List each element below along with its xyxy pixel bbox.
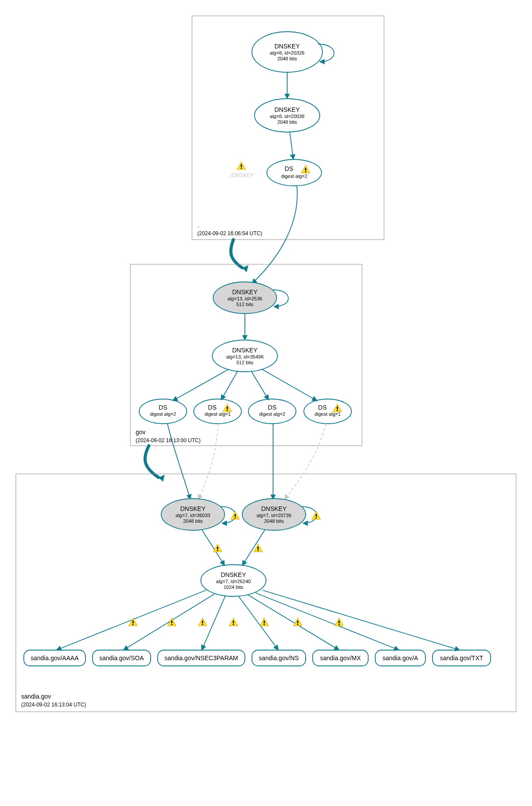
warning-icon	[229, 618, 238, 626]
node-gov-ds3: DS digest alg=2	[248, 399, 296, 424]
svg-text:DS: DS	[318, 404, 326, 411]
zone-sandia-ts: (2024-09-02 16:13:04 UTC)	[21, 702, 86, 708]
svg-text:alg=8, id=20326: alg=8, id=20326	[270, 50, 305, 55]
svg-text:2048 bits: 2048 bits	[277, 56, 297, 61]
node-gov-ksk: DNSKEY alg=13, id=2536 512 bits	[213, 282, 288, 314]
record-ns: sandia.gov/NS	[252, 650, 306, 666]
record-mx: sandia.gov/MX	[313, 650, 368, 666]
record-nsec3param: sandia.gov/NSEC3PARAM	[158, 650, 245, 666]
svg-text:sandia.gov/NSEC3PARAM: sandia.gov/NSEC3PARAM	[164, 654, 238, 662]
edge-dashed	[284, 424, 326, 499]
svg-text:digest alg=1: digest alg=1	[204, 411, 231, 417]
edge	[56, 590, 206, 650]
record-soa: sandia.gov/SOA	[92, 650, 151, 666]
node-sandia-ksk1: DNSKEY alg=7, id=36033 2048 bits	[161, 499, 240, 530]
svg-text:DS: DS	[208, 404, 216, 411]
svg-text:sandia.gov/AAAA: sandia.gov/AAAA	[31, 654, 79, 662]
warning-icon	[129, 618, 137, 626]
record-txt: sandia.gov/TXT	[432, 650, 491, 666]
svg-text:digest alg=1: digest alg=1	[314, 411, 341, 417]
edge	[251, 371, 269, 400]
node-root-ds: DS digest alg=2	[267, 159, 321, 186]
edge	[262, 369, 317, 401]
node-root-ksk: DNSKEY alg=8, id=20326 2048 bits	[252, 32, 334, 72]
zone-link-arrow	[145, 446, 159, 477]
zone-sandia-name: sandia.gov	[21, 693, 51, 700]
node-sandia-ksk2: DNSKEY alg=7, id=20739 2048 bits	[242, 499, 321, 530]
edge	[248, 595, 339, 650]
svg-text:2048 bits: 2048 bits	[277, 119, 297, 125]
svg-text:DNSKEY: DNSKEY	[221, 571, 246, 578]
svg-text:DNSKEY: DNSKEY	[274, 106, 300, 113]
svg-text:DS: DS	[268, 404, 276, 411]
warning-icon	[293, 618, 302, 626]
svg-text:2048 bits: 2048 bits	[264, 518, 284, 524]
edge	[262, 590, 460, 650]
svg-text:alg=8, id=20038: alg=8, id=20038	[270, 114, 305, 119]
svg-text:sandia.gov/SOA: sandia.gov/SOA	[99, 654, 144, 662]
svg-text:alg=7, id=20739: alg=7, id=20739	[257, 513, 292, 518]
edge-dashed	[198, 424, 218, 499]
svg-text:digest alg=2: digest alg=2	[281, 174, 307, 179]
zone-root-ts: (2024-09-02 16:06:54 UTC)	[197, 230, 262, 237]
svg-text:alg=7, id=36033: alg=7, id=36033	[176, 513, 211, 518]
svg-text:DS: DS	[159, 404, 167, 411]
svg-text:digest alg=2: digest alg=2	[259, 411, 285, 417]
svg-text:512 bits: 512 bits	[236, 302, 254, 307]
record-aaaa: sandia.gov/AAAA	[24, 650, 85, 666]
zone-gov-name: gov	[136, 429, 146, 436]
edge	[167, 424, 190, 499]
svg-text:DNSKEY: DNSKEY	[261, 505, 287, 512]
warning-icon	[198, 618, 207, 626]
edge	[173, 369, 229, 401]
warning-icon	[231, 511, 240, 519]
record-a: sandia.gov/A	[375, 650, 425, 666]
node-root-zsk: DNSKEY alg=8, id=20038 2048 bits	[255, 99, 320, 132]
node-sandia-zsk: DNSKEY alg=7, id=26240 1024 bits	[201, 565, 266, 596]
zone-root-name: .	[197, 222, 199, 229]
svg-text:alg=7, id=26240: alg=7, id=26240	[216, 579, 251, 584]
edge	[202, 529, 225, 566]
svg-text:2048 bits: 2048 bits	[183, 518, 203, 524]
svg-text:alg=13, id=35496: alg=13, id=35496	[226, 354, 263, 359]
svg-text:1024 bits: 1024 bits	[224, 584, 244, 590]
warning-icon	[260, 618, 269, 626]
svg-text:DNSKEY: DNSKEY	[232, 288, 258, 296]
edge	[290, 132, 293, 159]
dnssec-diagram: . (2024-09-02 16:06:54 UTC) DNSKEY alg=8…	[0, 0, 532, 806]
ghost-dnskey: ./DNSKEY	[229, 172, 254, 178]
svg-text:sandia.gov/NS: sandia.gov/NS	[259, 654, 299, 662]
edge	[239, 596, 278, 650]
svg-text:DNSKEY: DNSKEY	[274, 43, 300, 50]
edge	[242, 529, 265, 566]
svg-text:digest alg=2: digest alg=2	[150, 411, 176, 417]
svg-text:512 bits: 512 bits	[236, 360, 254, 365]
zone-link-arrow	[231, 240, 242, 268]
node-gov-ds1: DS digest alg=2	[139, 399, 187, 424]
svg-text:DS: DS	[284, 165, 293, 172]
node-gov-ds4: DS digest alg=1	[304, 399, 351, 424]
edge	[255, 593, 399, 650]
warning-icon	[312, 511, 321, 519]
node-gov-ds2: DS digest alg=1	[194, 399, 241, 424]
svg-text:sandia.gov/TXT: sandia.gov/TXT	[440, 654, 483, 662]
svg-point-11	[267, 159, 321, 186]
svg-text:sandia.gov/MX: sandia.gov/MX	[320, 654, 361, 662]
node-gov-zsk: DNSKEY alg=13, id=35496 512 bits	[212, 340, 277, 372]
edge	[221, 371, 238, 400]
warning-icon	[335, 618, 344, 626]
svg-text:DNSKEY: DNSKEY	[180, 505, 206, 512]
svg-text:DNSKEY: DNSKEY	[232, 347, 258, 354]
zone-gov-ts: (2024-09-02 16:13:00 UTC)	[136, 437, 200, 444]
svg-text:alg=13, id=2536: alg=13, id=2536	[228, 296, 262, 301]
warning-icon	[237, 162, 246, 170]
svg-text:sandia.gov/A: sandia.gov/A	[383, 654, 419, 662]
warning-icon	[213, 544, 222, 552]
